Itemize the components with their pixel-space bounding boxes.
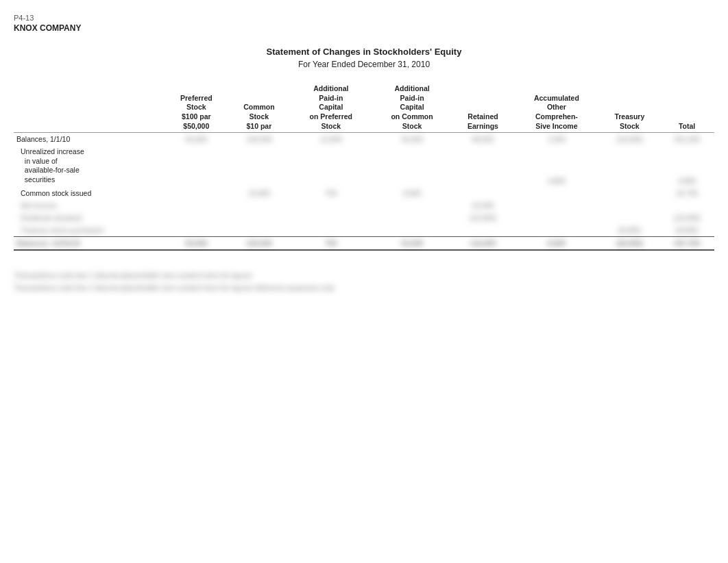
cell — [513, 224, 599, 237]
cell: 135,000 — [228, 236, 291, 250]
col-header-preferred-stock: Preferred Stock $100 par $50,000 — [165, 83, 228, 133]
cell — [452, 187, 514, 199]
row-label: Common stock issued — [14, 187, 165, 199]
table-row: Balances, 1/1/10 50,000 120,000 12,000 4… — [14, 133, 714, 146]
cell — [452, 224, 514, 237]
cell: (26,000) — [600, 236, 660, 250]
cell: 12,000 — [290, 133, 372, 146]
cell — [452, 145, 514, 187]
cell — [228, 212, 291, 224]
cell: 4,800 — [513, 145, 599, 187]
cell: 301,200 — [659, 133, 714, 146]
cell: 24,750 — [659, 187, 714, 199]
cell: (8,000) — [659, 224, 714, 237]
cell: (8,000) — [600, 224, 660, 237]
cell: 15,000 — [228, 187, 291, 199]
table-row: Treasury stock purchased (8,000) (8,000) — [14, 224, 714, 237]
stockholders-equity-table: Preferred Stock $100 par $50,000 Common … — [14, 83, 714, 251]
cell — [165, 199, 228, 212]
row-label: Balances, 1/1/10 — [14, 133, 165, 146]
cell — [290, 199, 372, 212]
cell: 50,000 — [165, 133, 228, 146]
cell: 8,000 — [513, 236, 599, 250]
cell — [290, 145, 372, 187]
cell — [372, 224, 452, 237]
cell: 3,200 — [513, 133, 599, 146]
cell: 4,800 — [659, 145, 714, 187]
row-label-total: Balances, 12/31/10 — [14, 236, 165, 250]
col-header-common-stock: Common Stock $10 par — [228, 83, 291, 133]
cell — [165, 145, 228, 187]
cell: 750 — [290, 236, 372, 250]
cell: (15,000) — [452, 212, 514, 224]
cell: 54,000 — [372, 236, 452, 250]
page-id: P4-13 — [14, 14, 714, 22]
col-header-label — [14, 83, 165, 133]
cell — [513, 199, 599, 212]
cell — [600, 187, 660, 199]
cell: 89,000 — [452, 133, 514, 146]
cell — [165, 187, 228, 199]
col-header-apic-preferred: Additional Paid-in Capital on Preferred … — [290, 83, 372, 133]
cell: (15,000) — [659, 212, 714, 224]
report-subtitle: For Year Ended December 31, 2010 — [14, 60, 714, 69]
cell — [513, 187, 599, 199]
row-label: Unrealized increase in value of availabl… — [14, 145, 165, 187]
report-title: Statement of Changes in Stockholders' Eq… — [14, 47, 714, 57]
row-label: Net income — [14, 199, 165, 212]
cell — [165, 224, 228, 237]
table-row: Common stock issued 15,000 750 9,000 24,… — [14, 187, 714, 199]
cell — [228, 224, 291, 237]
cell — [600, 145, 660, 187]
cell — [659, 199, 714, 212]
col-header-oci: Accumulated Other Comprehen- Sive Income — [513, 83, 599, 133]
cell — [372, 145, 452, 187]
cell: 9,000 — [372, 187, 452, 199]
cell: 45,000 — [372, 133, 452, 146]
cell — [165, 212, 228, 224]
cell: (18,000) — [600, 133, 660, 146]
row-label: Dividends declared — [14, 212, 165, 224]
cell — [372, 199, 452, 212]
cell — [600, 199, 660, 212]
table-row: Unrealized increase in value of availabl… — [14, 145, 714, 187]
cell — [290, 224, 372, 237]
col-header-total: Total — [659, 83, 714, 133]
cell: 337,750 — [659, 236, 714, 250]
col-header-treasury-stock: Treasury Stock — [600, 83, 660, 133]
col-header-retained-earnings: Retained Earnings — [452, 83, 514, 133]
cell — [513, 212, 599, 224]
cell — [600, 212, 660, 224]
table-row-total: Balances, 12/31/10 50,000 135,000 750 54… — [14, 236, 714, 250]
note-line-2: Transactions note line 2 blurred placeho… — [14, 284, 714, 292]
company-name: KNOX COMPANY — [14, 23, 714, 33]
table-row: Net income 42,000 — [14, 199, 714, 212]
cell — [372, 212, 452, 224]
notes-section: Transactions note line 1 blurred placeho… — [14, 271, 714, 292]
cell: 116,000 — [452, 236, 514, 250]
cell — [228, 145, 291, 187]
note-line-1: Transactions note line 1 blurred placeho… — [14, 271, 714, 279]
table-row: Dividends declared (15,000) (15,000) — [14, 212, 714, 224]
cell — [290, 212, 372, 224]
col-header-apic-common: Additional Paid-in Capital on Common Sto… — [372, 83, 452, 133]
cell — [228, 199, 291, 212]
cell: 50,000 — [165, 236, 228, 250]
row-label: Treasury stock purchased — [14, 224, 165, 237]
cell: 120,000 — [228, 133, 291, 146]
cell: 750 — [290, 187, 372, 199]
cell: 42,000 — [452, 199, 514, 212]
